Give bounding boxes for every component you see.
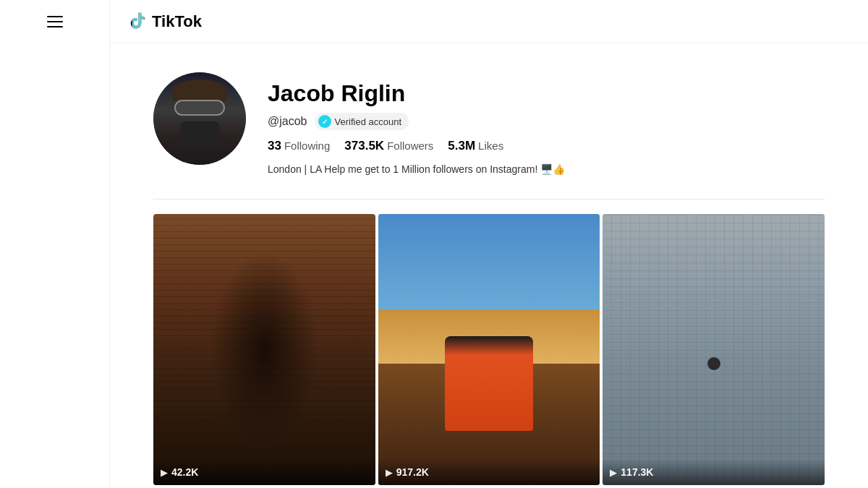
avatar-image: [153, 72, 246, 165]
video-card-2[interactable]: ▶ 917.2K: [378, 214, 600, 485]
likes-label: Likes: [478, 140, 503, 152]
followers-stat: 373.5K Followers: [344, 139, 433, 153]
avatar: [153, 72, 246, 165]
likes-count: 5.3M: [448, 139, 475, 153]
view-count-3: 117.3K: [621, 466, 653, 478]
navbar: TikTok: [110, 0, 868, 43]
video-thumbnail-1: [153, 214, 375, 485]
profile-info: Jacob Riglin @jacob ✓ Verified account 3…: [268, 72, 825, 177]
profile-name: Jacob Riglin: [268, 80, 825, 107]
video-overlay-1: ▶ 42.2K: [153, 459, 375, 485]
followers-label: Followers: [387, 140, 433, 152]
profile-handle-row: @jacob ✓ Verified account: [268, 113, 825, 130]
tiktok-text: TikTok: [152, 12, 202, 31]
stats-row: 33 Following 373.5K Followers 5.3M Likes: [268, 139, 825, 153]
bio-text: London | LA Help me get to 1 Million fol…: [268, 162, 825, 177]
profile-handle: @jacob: [268, 115, 307, 128]
video-overlay-2: ▶ 917.2K: [378, 459, 600, 485]
verified-badge: ✓ Verified account: [315, 113, 409, 130]
tiktok-logo[interactable]: TikTok: [127, 12, 202, 32]
play-icon-3: ▶: [610, 467, 617, 478]
verified-label: Verified account: [335, 116, 402, 127]
following-label: Following: [284, 140, 330, 152]
menu-button[interactable]: [44, 13, 66, 30]
video-card-3[interactable]: ▶ 117.3K: [603, 214, 825, 485]
profile-section: Jacob Riglin @jacob ✓ Verified account 3…: [153, 72, 825, 177]
play-icon-1: ▶: [161, 467, 168, 478]
sidebar: [0, 0, 110, 488]
followers-count: 373.5K: [344, 139, 384, 153]
following-stat: 33 Following: [268, 139, 330, 153]
avatar-container: [153, 72, 246, 165]
main-content: Jacob Riglin @jacob ✓ Verified account 3…: [110, 43, 868, 488]
view-count-1: 42.2K: [171, 466, 198, 478]
profile-divider: [153, 199, 825, 200]
view-count-2: 917.2K: [396, 466, 429, 478]
play-icon-2: ▶: [386, 467, 393, 478]
tiktok-logo-icon: [127, 12, 148, 32]
video-card-1[interactable]: ▶ 42.2K: [153, 214, 375, 485]
video-overlay-3: ▶ 117.3K: [603, 459, 825, 485]
video-thumbnail-3: [603, 214, 825, 485]
following-count: 33: [268, 139, 281, 153]
video-grid: ▶ 42.2K ▶ 917.2K: [153, 214, 825, 485]
verified-icon: ✓: [318, 115, 331, 128]
video-thumbnail-2: [378, 214, 600, 485]
likes-stat: 5.3M Likes: [448, 139, 503, 153]
